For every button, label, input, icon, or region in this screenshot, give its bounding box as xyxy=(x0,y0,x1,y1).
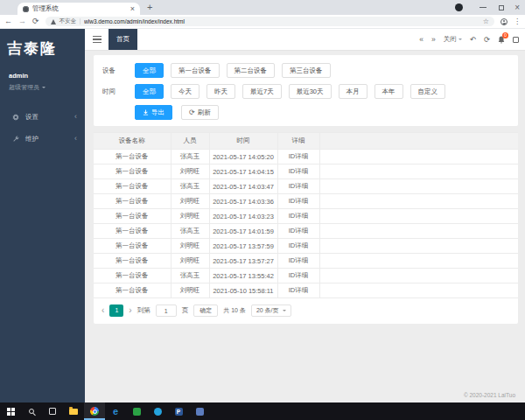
close-window-button[interactable]: × xyxy=(514,4,520,12)
filter-actions: 导出 ⟳ 刷新 xyxy=(135,105,509,120)
cell-person: 张高玉 xyxy=(171,269,209,284)
cell-detail-link[interactable]: ID详细 xyxy=(277,179,319,194)
forward-icon[interactable]: → xyxy=(18,18,26,25)
device-filter-option[interactable]: 第三台设备 xyxy=(282,63,331,78)
refresh-button[interactable]: ⟳ 刷新 xyxy=(181,105,219,120)
goto-prefix-label: 到第 xyxy=(137,306,150,315)
cell-detail-link[interactable]: ID详细 xyxy=(277,194,319,209)
cell-time: 2021-05-10 15:58:11 xyxy=(209,284,277,298)
col-device-name: 设备名称 xyxy=(94,133,171,150)
misc-app-button[interactable] xyxy=(189,402,210,420)
back-arrow-icon[interactable]: ↶ xyxy=(470,35,476,44)
cell-detail-link[interactable]: ID详细 xyxy=(277,224,319,239)
col-empty xyxy=(319,133,518,150)
not-secure-warning-icon xyxy=(51,19,56,24)
current-page-button[interactable]: 1 xyxy=(109,304,123,317)
chrome-icon xyxy=(90,407,99,416)
cell-time: 2021-05-17 13:57:59 xyxy=(209,239,277,254)
reload-icon[interactable]: ⟳ xyxy=(32,18,39,25)
close-tabs-dropdown[interactable]: 关闭 xyxy=(444,35,462,44)
device-filter-option[interactable]: 第二台设备 xyxy=(227,63,276,78)
prev-page-icon[interactable]: ‹ xyxy=(102,306,104,315)
chrome-taskbar-button[interactable] xyxy=(84,402,105,420)
chevron-left-icon: ‹ xyxy=(74,135,77,143)
cell-device-name: 第一台设备 xyxy=(94,179,171,194)
time-filter-option[interactable]: 最近7天 xyxy=(242,84,282,99)
cell-detail-link[interactable]: ID详细 xyxy=(277,284,319,298)
goto-confirm-button[interactable]: 确定 xyxy=(193,304,218,317)
scroll-tabs-right-icon[interactable]: » xyxy=(431,35,436,44)
minimize-button[interactable] xyxy=(480,7,486,8)
sidebar: 吉泰隆 admin 超级管理员 设置 ‹ 维护 ‹ xyxy=(0,29,85,402)
new-tab-button[interactable]: + xyxy=(147,2,152,12)
blue-round-app-button[interactable] xyxy=(147,402,168,420)
edge-taskbar-button[interactable]: e xyxy=(105,402,126,420)
device-records-table: 设备名称 人员 时间 详细 第一台设备 xyxy=(94,132,518,298)
cell-person: 刘明旺 xyxy=(171,254,209,269)
cell-detail-link[interactable]: ID详细 xyxy=(277,254,319,269)
hamburger-menu-icon[interactable] xyxy=(93,36,102,44)
export-button[interactable]: 导出 xyxy=(135,105,172,120)
windows-logo-icon xyxy=(7,408,15,416)
refresh-page-icon[interactable]: ⟳ xyxy=(484,35,490,44)
next-page-icon[interactable]: › xyxy=(129,306,131,315)
maximize-button[interactable] xyxy=(499,5,504,10)
fullscreen-icon[interactable] xyxy=(513,37,519,43)
tab-close-icon[interactable]: × xyxy=(130,5,135,13)
time-filter-option[interactable]: 全部 xyxy=(135,84,164,99)
cell-device-name: 第一台设备 xyxy=(94,150,171,164)
device-filter-option[interactable]: 第一台设备 xyxy=(171,63,220,78)
bookmark-star-icon[interactable]: ☆ xyxy=(483,18,489,25)
table-row: 第一台设备 刘明旺 2021-05-17 13:57:27 ID详细 xyxy=(94,254,518,269)
user-role-dropdown[interactable]: 超级管理员 xyxy=(9,83,76,92)
cell-person: 刘明旺 xyxy=(171,284,209,298)
cell-detail-link[interactable]: ID详细 xyxy=(277,164,319,179)
time-filter-option[interactable]: 昨天 xyxy=(206,84,235,99)
device-filter-option[interactable]: 全部 xyxy=(135,63,164,78)
sidebar-item-maintenance[interactable]: 维护 ‹ xyxy=(0,128,85,150)
url-text: wlw3.demo.com/admin/index/index.html xyxy=(84,18,480,24)
chrome-profile-icon[interactable] xyxy=(500,18,508,25)
browser-toolbar: ← → ⟳ 不安全 wlw3.demo.com/admin/index/inde… xyxy=(0,15,525,29)
browser-profile-avatar[interactable] xyxy=(455,4,463,11)
time-filter-option[interactable]: 本年 xyxy=(374,84,403,99)
security-label: 不安全 xyxy=(60,18,77,25)
cell-detail-link[interactable]: ID详细 xyxy=(277,209,319,224)
notifications-bell[interactable]: 0 xyxy=(498,36,505,44)
cell-device-name: 第一台设备 xyxy=(94,239,171,254)
cell-detail-link[interactable]: ID详细 xyxy=(277,239,319,254)
cell-device-name: 第一台设备 xyxy=(94,284,171,298)
green-app-icon xyxy=(133,408,141,416)
browser-tab[interactable]: 管理系统 × xyxy=(18,3,140,15)
cell-detail-link[interactable]: ID详细 xyxy=(277,150,319,164)
gear-icon xyxy=(12,114,19,121)
tab-title: 管理系统 xyxy=(32,4,127,13)
green-app-button[interactable] xyxy=(126,402,147,420)
chrome-menu-icon[interactable]: ⋮ xyxy=(514,18,521,25)
sidebar-item-label: 设置 xyxy=(25,113,38,122)
cell-detail-link[interactable]: ID详细 xyxy=(277,269,319,284)
time-filter-option[interactable]: 今天 xyxy=(171,84,200,99)
back-icon[interactable]: ← xyxy=(4,18,12,25)
time-filter-option[interactable]: 自定义 xyxy=(410,84,446,99)
time-filter-option[interactable]: 最近30天 xyxy=(289,84,332,99)
p-app-button[interactable]: P xyxy=(168,402,189,420)
windows-start-button[interactable] xyxy=(0,402,21,420)
page-size-select[interactable]: 20 条/页 xyxy=(251,304,291,317)
table-row: 第一台设备 刘明旺 2021-05-10 15:58:11 ID详细 xyxy=(94,284,518,298)
address-bar[interactable]: 不安全 wlw3.demo.com/admin/index/index.html… xyxy=(46,17,494,26)
sidebar-item-settings[interactable]: 设置 ‹ xyxy=(0,106,85,128)
table-row: 第一台设备 张高玉 2021-05-17 14:03:47 ID详细 xyxy=(94,179,518,194)
table-row: 第一台设备 张高玉 2021-05-17 13:55:42 ID详细 xyxy=(94,269,518,284)
app-navbar: 首页 « » 关闭 ↶ ⟳ 0 xyxy=(85,29,525,51)
scroll-tabs-left-icon[interactable]: « xyxy=(419,35,424,44)
time-filter-option[interactable]: 本月 xyxy=(339,84,368,99)
goto-page-input[interactable] xyxy=(156,304,177,317)
notification-badge: 0 xyxy=(502,32,508,38)
taskbar-search-button[interactable] xyxy=(21,402,42,420)
file-explorer-button[interactable] xyxy=(63,402,84,420)
screen: 管理系统 × + × ← → ⟳ 不安全 wlw3.demo.com/admin… xyxy=(0,0,525,420)
task-view-button[interactable] xyxy=(42,402,63,420)
tab-home[interactable]: 首页 xyxy=(108,29,137,50)
tab-favicon-icon xyxy=(23,6,29,12)
